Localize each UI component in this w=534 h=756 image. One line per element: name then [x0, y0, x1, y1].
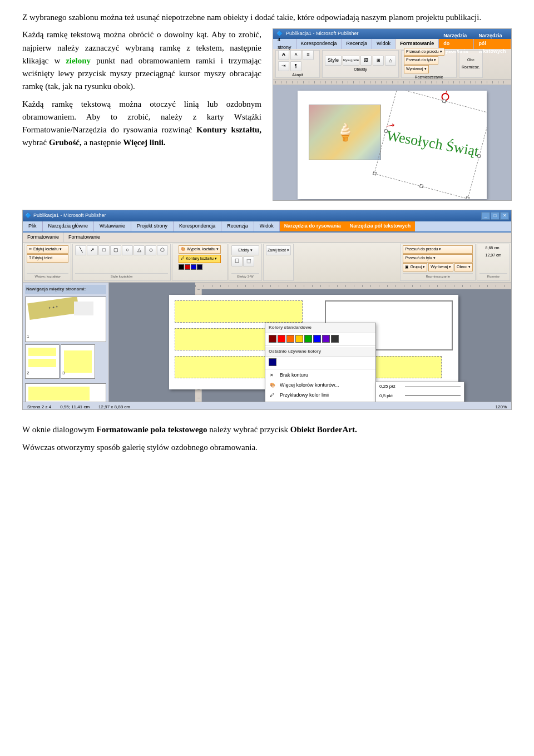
page-thumb-2[interactable]: 2: [25, 344, 60, 379]
status-coords: 0,95; 11,41 cm: [60, 404, 90, 411]
ribbon-btn-A[interactable]: A: [278, 50, 289, 60]
tab-narzedzia-pol[interactable]: Narzędzia pól tekstowych: [474, 39, 511, 49]
swatch-red[interactable]: [185, 264, 190, 270]
btn-tyl2[interactable]: Przesuń do tyłu ▾: [403, 254, 473, 263]
btn-wypeln-ksztalt[interactable]: 🎨 Wypełn. kształtu ▾: [179, 245, 221, 254]
thickness-option-075[interactable]: 0,75 pkt: [376, 401, 464, 402]
swatch-std-5[interactable]: [304, 335, 312, 343]
swatch-std-3[interactable]: [286, 335, 294, 343]
paragraph-3-bold2: Grubość,: [49, 138, 82, 147]
ribbon-style-btn[interactable]: Style: [325, 56, 342, 66]
btn-edytuj-tekst[interactable]: T Edytuj tekst: [27, 254, 68, 263]
content-area-1: 🍦: [273, 85, 511, 201]
ribbon-btn-indent[interactable]: ⇥: [278, 61, 289, 71]
dropdown-menu[interactable]: Kolory standardowe Ostatnio używane kolo…: [265, 323, 376, 402]
btn-3d[interactable]: ⬚: [243, 256, 254, 266]
btn-edytuj-ksztalt[interactable]: ✏ Edytuj kształtu ▾: [27, 245, 68, 254]
tab-recenzja2[interactable]: Recenzja: [221, 221, 254, 231]
btn-shadow[interactable]: ☐: [231, 256, 243, 266]
yellow-frame-1[interactable]: [175, 300, 303, 323]
color-swatches-row: [179, 264, 221, 270]
nav-panel-title: Nawigacja między stronami:: [25, 285, 106, 294]
ribbon-tabela-btn[interactable]: ⊞: [373, 56, 384, 66]
swatch-std-8[interactable]: [331, 335, 339, 343]
text-frame-rotated[interactable]: Wesołych Świąt: [374, 91, 487, 199]
ribbon-rozmiar: 8,68 cm 12,97 cm Rozmiar: [477, 244, 510, 281]
ribbon-btn-list[interactable]: ≡: [303, 50, 314, 60]
sub-tab-formatowanie1[interactable]: Formatowanie: [23, 233, 64, 242]
tab-4strony[interactable]: 4 strony: [273, 39, 296, 49]
handle-br[interactable]: [466, 196, 469, 199]
ribbon-tyl-btn[interactable]: Przesuń do tyłu ▾: [404, 56, 438, 65]
tab-projekt-strony[interactable]: Projekt strony: [131, 221, 174, 231]
sub-tab-formatowanie2[interactable]: Formatowanie: [64, 233, 105, 242]
swatch-std-1[interactable]: [269, 335, 276, 343]
dropdown-brak-konturu[interactable]: ✕ Brak konturu: [265, 370, 375, 381]
maximize-button[interactable]: □: [491, 212, 500, 220]
btn-wyrownaj2[interactable]: Wyrównaj ▾: [428, 263, 453, 271]
ribbon-wyrownaj-btn[interactable]: Wyrównaj ▾: [404, 65, 429, 73]
swatch-recent-1[interactable]: [269, 358, 276, 366]
ribbon-btn-t[interactable]: ¶: [290, 61, 301, 71]
tab-recenzja[interactable]: Recenzja: [342, 39, 373, 49]
paragraph-3-bold1: Kontury kształtu,: [196, 125, 261, 134]
page-canvas-1: 🍦: [298, 91, 487, 199]
swatch-dark[interactable]: [197, 264, 202, 270]
btn-grupuj[interactable]: ▣ Grupuj ▾: [403, 263, 427, 271]
tab-plik[interactable]: Plik: [23, 221, 43, 231]
page-thumb-1[interactable]: ✦ ✦ ✦ 1: [25, 297, 106, 342]
tab-narzedzia-pol2[interactable]: Narzędzia pól tekstowych: [345, 221, 416, 231]
ribbon-ksztalt-btn[interactable]: △: [385, 56, 396, 66]
swatch-std-6[interactable]: [313, 335, 321, 343]
shape-line[interactable]: ╲: [75, 245, 86, 255]
tab-widok[interactable]: Widok: [372, 39, 395, 49]
swatch-std-7[interactable]: [322, 335, 330, 343]
dropdown-przykladowy[interactable]: 🖊 Przykładowy kolor linii: [265, 391, 375, 401]
swatch-black[interactable]: [179, 264, 184, 270]
ribbon-rysuj-btn[interactable]: Rysuj pole: [343, 56, 359, 66]
shape-triangle[interactable]: △: [134, 245, 145, 255]
ribbon-przod-btn[interactable]: Przesuń do przodu ▾: [404, 48, 444, 56]
thickness-option-025[interactable]: 0,25 pkt: [376, 382, 464, 391]
shape-hexagon[interactable]: ⬡: [157, 245, 168, 255]
tab-narzedzia-glowne[interactable]: Narzędzia główne: [43, 221, 95, 231]
handle-bm[interactable]: [419, 184, 423, 188]
ribbon-obraz-btn[interactable]: 🖼: [360, 56, 372, 66]
close-button[interactable]: ✕: [500, 212, 509, 220]
minimize-button[interactable]: _: [481, 212, 490, 220]
divider-2: [265, 369, 375, 369]
btn-zawij[interactable]: Zawij tekst ▾: [266, 245, 291, 255]
btn-kontury-ksztalt[interactable]: 🖊 Kontury kształtu ▾: [179, 255, 221, 263]
tab-korespondencja2[interactable]: Korespondencja: [174, 221, 221, 231]
handle-bl[interactable]: [373, 171, 377, 175]
swatch-blue[interactable]: [191, 264, 196, 270]
tab-widok2[interactable]: Widok: [254, 221, 280, 231]
pub2-ribbon: ✏ Edytuj kształtu ▾ T Edytuj tekst Wstaw…: [23, 243, 511, 283]
shape-oval[interactable]: ○: [122, 245, 133, 255]
shape-rect[interactable]: □: [98, 245, 110, 255]
tab-narzedzia-rysowania2[interactable]: Narzędzia do rysowania: [280, 221, 345, 231]
pub2-win-buttons: _ □ ✕: [481, 212, 509, 220]
btn-przod2[interactable]: Przesuń do przodu ▾: [403, 245, 473, 254]
btn-oboc[interactable]: Obroc ▾: [454, 263, 473, 271]
swatch-std-4[interactable]: [295, 335, 303, 343]
pub2-canvas-area: Kolory standardowe Ostatnio używane kolo…: [109, 283, 511, 402]
shape-diamond[interactable]: ◇: [145, 245, 156, 255]
handle-tm[interactable]: [442, 99, 446, 103]
thickness-option-05[interactable]: 0,5 pkt: [376, 392, 464, 401]
ribbon-btn-a[interactable]: A: [290, 50, 301, 60]
shape-roundrect[interactable]: ▢: [110, 245, 121, 255]
publisher-screenshot-2: 🔷 Publikacja1 - Microsoft Publisher _ □ …: [22, 210, 512, 410]
dropdown-std-colors: [265, 333, 375, 344]
paragraph-4: W oknie dialogowym Formatowanie pola tek…: [22, 423, 512, 436]
tab-korespondencja[interactable]: Korespondencja: [296, 39, 342, 49]
shape-arrow[interactable]: ↗: [87, 245, 98, 255]
swatch-std-2[interactable]: [278, 335, 285, 343]
btn-efekty[interactable]: Efekty ▾: [231, 245, 259, 255]
page-thumb-4[interactable]: 4: [25, 383, 106, 402]
tab-wstawianie[interactable]: Wstawianie: [94, 221, 131, 231]
ribbon-group-akapit: A A ≡ ⇥ ¶ Akapit: [275, 50, 320, 78]
page-thumb-3[interactable]: 3: [61, 344, 95, 379]
thickness-submenu[interactable]: 0,25 pkt 0,5 pkt 0,75 pkt 1 pkt: [375, 382, 464, 402]
dropdown-wiecej-kolorow[interactable]: 🎨 Więcej kolorów konturów...: [265, 381, 375, 391]
